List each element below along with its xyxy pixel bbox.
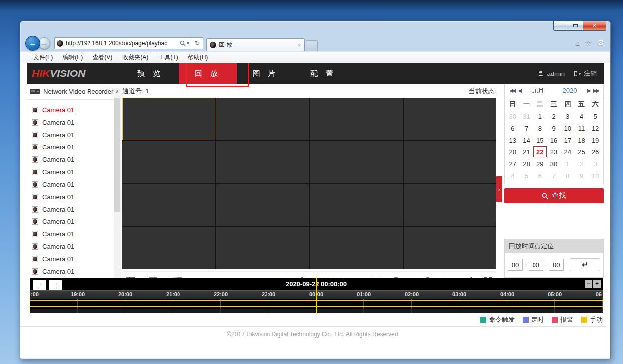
menu-help[interactable]: 帮助(H): [184, 52, 212, 63]
calendar-day[interactable]: 2: [575, 158, 589, 170]
video-cell[interactable]: [216, 98, 309, 140]
calendar-day[interactable]: 15: [533, 134, 547, 146]
panel-collapse-handle[interactable]: ›: [496, 176, 502, 202]
tab-config[interactable]: 配 置: [294, 63, 352, 84]
camera-list-item[interactable]: Camera 01: [27, 153, 114, 166]
calendar-day[interactable]: 5: [588, 110, 602, 122]
calendar-day[interactable]: 3: [588, 158, 602, 170]
calendar-day[interactable]: 19: [588, 134, 602, 146]
video-cell[interactable]: [216, 184, 309, 226]
calendar-day[interactable]: 25: [575, 146, 589, 158]
calendar-day[interactable]: 4: [506, 170, 520, 182]
calendar-day[interactable]: 26: [588, 146, 602, 158]
calendar-day[interactable]: 7: [520, 122, 534, 134]
calendar-day[interactable]: 2: [547, 110, 561, 122]
url-text[interactable]: http://192.168.1.200/doc/page/playbac: [66, 40, 180, 47]
calendar-day[interactable]: 8: [533, 122, 547, 134]
calendar-day[interactable]: 29: [533, 158, 547, 170]
calendar-day[interactable]: 7: [547, 170, 561, 182]
camera-list-item[interactable]: Camera 01: [27, 253, 114, 265]
camera-list-item[interactable]: Camera 01: [27, 216, 114, 228]
camera-list-item[interactable]: Camera 01: [27, 129, 114, 141]
window-close-button[interactable]: ✕: [583, 21, 606, 31]
video-cell-focused[interactable]: [122, 98, 215, 140]
calendar-day[interactable]: 28: [520, 158, 534, 170]
calendar-day[interactable]: 30: [547, 158, 561, 170]
favorites-star-icon[interactable]: ☆: [585, 38, 592, 47]
scroll-up-icon[interactable]: ∧: [114, 88, 121, 96]
video-cell[interactable]: [404, 184, 497, 226]
tab-picture[interactable]: 图 片: [237, 63, 294, 84]
calendar-day[interactable]: 6: [506, 122, 520, 134]
calendar-day[interactable]: 5: [520, 170, 534, 182]
camera-list-item[interactable]: Camera 01: [27, 191, 114, 203]
tab-playback[interactable]: 回 放: [179, 63, 237, 84]
camera-list-item[interactable]: Camera 01: [27, 178, 114, 191]
calendar-day-selected[interactable]: 22: [533, 146, 547, 157]
back-button[interactable]: ←: [25, 36, 40, 51]
next-year-icon[interactable]: ▶▶: [592, 88, 600, 93]
window-minimize-button[interactable]: —: [553, 21, 568, 31]
camera-list-item[interactable]: Camera 01: [27, 116, 114, 129]
timeline-zoom-out-button[interactable]: −: [585, 280, 592, 288]
tab-close-icon[interactable]: ×: [297, 41, 301, 49]
calendar-day[interactable]: 4: [575, 110, 589, 122]
search-icon[interactable]: [180, 40, 186, 46]
video-cell[interactable]: [310, 98, 403, 140]
second-input[interactable]: [549, 259, 564, 271]
calendar-day[interactable]: 30: [506, 110, 520, 122]
menu-tools[interactable]: 工具(T): [154, 52, 181, 63]
calendar-day[interactable]: 13: [506, 134, 520, 146]
calendar-day[interactable]: 8: [561, 170, 575, 182]
calendar-month[interactable]: 九月: [522, 86, 554, 95]
prev-month-icon[interactable]: ◀: [516, 88, 522, 93]
video-cell[interactable]: [310, 227, 403, 269]
calendar-day[interactable]: 9: [575, 170, 589, 182]
video-cell[interactable]: [404, 141, 497, 183]
refresh-icon[interactable]: ↻: [195, 40, 200, 47]
tab-preview[interactable]: 预 览: [121, 63, 179, 84]
camera-list-item[interactable]: Camera 01: [27, 104, 114, 116]
calendar-day[interactable]: 31: [520, 110, 534, 122]
video-cell[interactable]: [216, 227, 309, 269]
calendar-day[interactable]: 24: [561, 146, 575, 158]
prev-year-icon[interactable]: ◀◀: [508, 88, 516, 93]
next-month-icon[interactable]: ▶: [586, 88, 592, 93]
window-maximize-button[interactable]: [568, 21, 583, 31]
timeline[interactable]: →← →→ 2020-09-22 00:00:00 − + :00 19:00 …: [30, 278, 603, 313]
camera-list-item[interactable]: Camera 01: [27, 265, 114, 278]
address-bar[interactable]: http://192.168.1.200/doc/page/playbac ▼ …: [54, 37, 203, 49]
calendar-day[interactable]: 10: [588, 170, 602, 182]
video-cell[interactable]: [310, 184, 403, 226]
window-titlebar[interactable]: — ✕: [20, 21, 610, 35]
video-cell[interactable]: [122, 184, 215, 226]
goto-time-button[interactable]: ↵: [570, 258, 600, 271]
browser-tab-playback[interactable]: 回 放 ×: [206, 38, 305, 51]
calendar-day[interactable]: 21: [520, 146, 534, 158]
calendar-day[interactable]: 17: [561, 134, 575, 146]
menu-file[interactable]: 文件(F): [29, 52, 57, 63]
settings-gear-icon[interactable]: ⚙: [597, 38, 604, 47]
device-header[interactable]: Network Video Recorder: [27, 84, 114, 100]
calendar-day[interactable]: 9: [547, 122, 561, 134]
search-button[interactable]: 查找: [504, 188, 604, 203]
video-cell[interactable]: [216, 141, 309, 183]
calendar-day[interactable]: 27: [506, 158, 520, 170]
menu-view[interactable]: 查看(V): [89, 52, 116, 63]
user-chip[interactable]: admin: [537, 70, 565, 77]
menu-edit[interactable]: 编辑(E): [59, 52, 87, 63]
logout-button[interactable]: 注销: [574, 69, 597, 78]
calendar-day[interactable]: 10: [561, 122, 575, 134]
calendar-day[interactable]: 18: [575, 134, 589, 146]
calendar-day[interactable]: 23: [547, 146, 561, 158]
camera-list-item[interactable]: Camera 01: [27, 228, 114, 240]
video-cell[interactable]: [404, 98, 497, 140]
new-tab-button[interactable]: [306, 40, 318, 51]
video-cell[interactable]: [404, 227, 497, 269]
calendar-day[interactable]: 20: [506, 146, 520, 158]
camera-list-item[interactable]: Camera 01: [27, 240, 114, 253]
video-cell[interactable]: [122, 141, 215, 183]
calendar-day[interactable]: 14: [520, 134, 534, 146]
calendar-day[interactable]: 1: [561, 158, 575, 170]
timeline-sync-toggle-active[interactable]: →←: [33, 280, 46, 290]
